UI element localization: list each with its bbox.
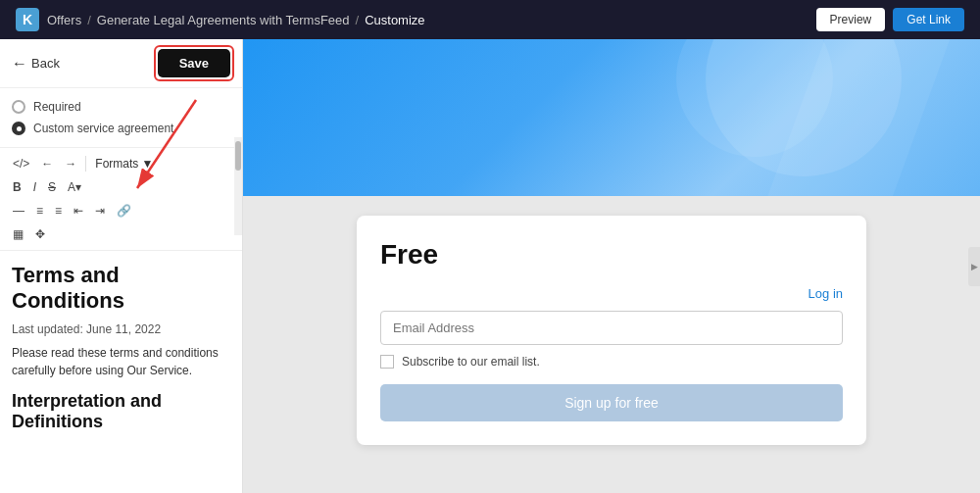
tool-align-left[interactable]: ⇤ xyxy=(69,201,88,221)
hero-shapes xyxy=(243,39,980,196)
scroll-thumb xyxy=(235,141,241,171)
option-custom[interactable]: Custom service agreement xyxy=(12,118,230,139)
doc-content: Terms and Conditions Last updated: June … xyxy=(0,251,242,493)
option-required-label: Required xyxy=(33,100,81,114)
tool-strikethrough[interactable]: S xyxy=(43,177,61,197)
right-panel: Free Log in Subscribe to our email list.… xyxy=(243,39,980,493)
tool-font-color[interactable]: A▾ xyxy=(63,177,86,197)
scroll-track xyxy=(234,137,242,235)
plan-title: Free xyxy=(380,239,843,271)
toolbar-row-2: B I S A▾ xyxy=(8,177,234,197)
nav-left: K Offers / Generate Legal Agreements wit… xyxy=(16,8,425,31)
tool-undo[interactable]: ← xyxy=(36,154,58,173)
option-custom-label: Custom service agreement xyxy=(33,122,173,135)
tool-hr[interactable]: — xyxy=(8,201,29,221)
subscribe-row: Subscribe to our email list. xyxy=(380,355,843,369)
tool-table[interactable]: ▦ xyxy=(8,224,28,244)
tool-italic[interactable]: I xyxy=(28,177,41,197)
editor-toolbar: </> ← → Formats ▼ B I S A▾ — ≡ ≡ ⇤ ⇥ xyxy=(0,148,242,251)
top-nav: K Offers / Generate Legal Agreements wit… xyxy=(0,0,980,39)
toolbar-row-4: ▦ ✥ xyxy=(8,224,234,244)
back-save-row: ← Back Save xyxy=(0,39,242,88)
back-arrow-icon: ← xyxy=(12,55,27,73)
breadcrumb-current: Customize xyxy=(365,13,424,27)
tool-code[interactable]: </> xyxy=(8,154,34,173)
breadcrumb: Offers / Generate Legal Agreements with … xyxy=(47,13,425,27)
toolbar-row-1: </> ← → Formats ▼ xyxy=(8,154,234,173)
left-panel: ← Back Save Required xyxy=(0,39,243,493)
main-layout: ← Back Save Required xyxy=(0,39,980,493)
options-list: Required Custom service agreement xyxy=(0,88,242,148)
hero-area xyxy=(243,39,980,196)
back-label: Back xyxy=(31,56,60,71)
content-area: Free Log in Subscribe to our email list.… xyxy=(243,196,980,465)
radio-required xyxy=(12,100,25,114)
back-button[interactable]: ← Back xyxy=(12,55,60,73)
doc-section-title: Interpretation and Definitions xyxy=(12,391,230,432)
doc-body: Please read these terms and conditions c… xyxy=(12,344,230,379)
tool-list-ordered[interactable]: ≡ xyxy=(31,201,48,221)
doc-title: Terms and Conditions xyxy=(12,263,230,315)
login-row: Log in xyxy=(380,286,843,301)
signup-card: Free Log in Subscribe to our email list.… xyxy=(357,216,866,445)
tool-link[interactable]: 🔗 xyxy=(112,201,136,221)
collapse-icon: ▶ xyxy=(971,262,978,271)
tool-align-right[interactable]: ⇥ xyxy=(90,201,110,221)
get-link-button[interactable]: Get Link xyxy=(893,8,964,31)
tool-redo[interactable]: → xyxy=(60,154,81,173)
radio-custom xyxy=(12,122,25,135)
subscribe-checkbox[interactable] xyxy=(380,355,394,369)
toolbar-row-3: — ≡ ≡ ⇤ ⇥ 🔗 xyxy=(8,201,234,221)
option-required[interactable]: Required xyxy=(12,96,230,118)
signup-button[interactable]: Sign up for free xyxy=(380,384,843,421)
save-btn-wrapper: Save xyxy=(158,49,230,77)
logo: K xyxy=(16,8,39,31)
subscribe-label: Subscribe to our email list. xyxy=(402,355,540,369)
tool-fullscreen[interactable]: ✥ xyxy=(30,224,50,244)
breadcrumb-sep-2: / xyxy=(356,13,360,27)
preview-button[interactable]: Preview xyxy=(816,8,886,31)
breadcrumb-offers[interactable]: Offers xyxy=(47,13,81,27)
login-link[interactable]: Log in xyxy=(808,286,843,301)
formats-label: Formats xyxy=(95,157,138,171)
breadcrumb-termsfeed[interactable]: Generate Legal Agreements with TermsFeed xyxy=(97,13,350,27)
collapse-handle[interactable]: ▶ xyxy=(968,247,980,286)
doc-updated: Last updated: June 11, 2022 xyxy=(12,322,230,336)
tool-bold[interactable]: B xyxy=(8,177,26,197)
formats-dropdown[interactable]: Formats ▼ xyxy=(90,154,158,173)
formats-chevron-icon: ▼ xyxy=(141,157,153,171)
tool-list-unordered[interactable]: ≡ xyxy=(50,201,67,221)
save-button[interactable]: Save xyxy=(158,49,230,77)
email-input[interactable] xyxy=(380,311,843,345)
toolbar-sep-1 xyxy=(85,156,86,172)
nav-right: Preview Get Link xyxy=(816,8,964,31)
breadcrumb-sep-1: / xyxy=(87,13,91,27)
